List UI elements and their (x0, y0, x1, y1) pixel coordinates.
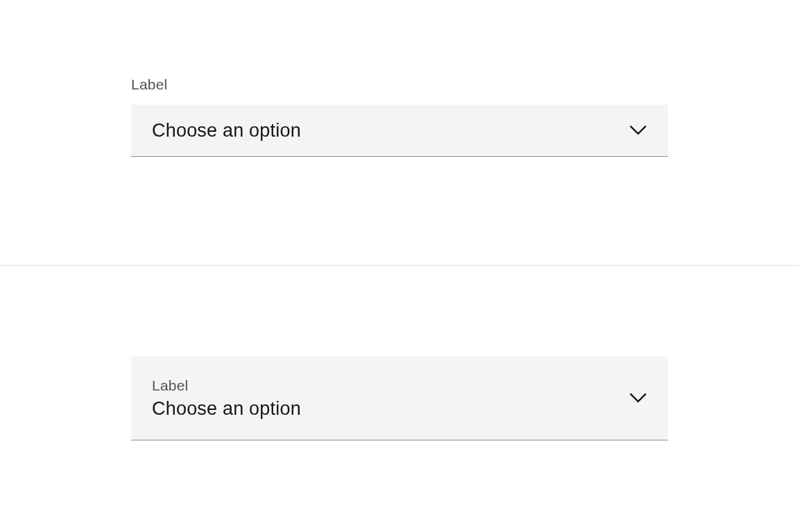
dropdown-wrapper: Label Choose an option (131, 76, 668, 157)
dropdown-placeholder: Choose an option (152, 398, 301, 420)
dropdown-wrapper: Label Choose an option (131, 357, 668, 440)
dropdown-placeholder: Choose an option (152, 120, 301, 141)
dropdown-field-inline[interactable]: Label Choose an option (131, 357, 668, 440)
dropdown-section-default: Label Choose an option (0, 0, 799, 266)
dropdown-label-inline: Label (152, 377, 301, 394)
chevron-down-icon (629, 121, 647, 139)
dropdown-label: Label (131, 76, 668, 93)
dropdown-field[interactable]: Choose an option (131, 105, 668, 157)
dropdown-inline-content: Label Choose an option (152, 377, 301, 420)
dropdown-section-inline: Label Choose an option (0, 266, 799, 532)
chevron-down-icon (629, 389, 647, 407)
